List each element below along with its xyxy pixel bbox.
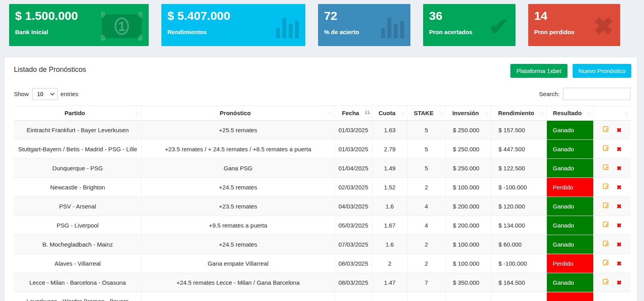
table-row: Eintracht Frankfurt - Bayer Leverkusen +… [14,121,631,140]
edit-icon[interactable] [603,145,610,154]
cell-actions: ✖ [594,178,631,197]
cell-rendimiento: $ -250.000 [491,292,547,301]
cell-actions: ✖ [594,159,631,178]
sort-icon: ↑↓ [485,110,489,116]
cell-actions: ✖ [594,254,631,273]
new-prediction-button[interactable]: Nuevo Pronóstico [573,64,631,78]
result-badge: Ganado [546,121,593,140]
cell-pronostico: Gana PSG [142,159,335,178]
predictions-table: Partido↑↓ Pronóstico↑↓ Fecha Cuota↑↓ [14,105,631,301]
delete-icon[interactable]: ✖ [617,125,622,135]
sort-icon: ↑↓ [587,110,591,116]
edit-icon[interactable] [603,164,610,173]
cell-partido: Newcastle - Brighton [14,178,142,197]
edit-icon[interactable] [603,240,610,249]
edit-icon[interactable] [603,278,610,287]
cell-pronostico: +24.5 remates Lecce - Milan / Gana Barce… [142,273,335,292]
sort-icon: ↑↓ [401,110,405,116]
cell-actions: ✖ [594,140,631,159]
result-badge: Ganado [546,140,593,159]
page-title: Listado de Pronósticos [10,64,86,74]
bar-chart-icon [381,14,404,39]
cell-rendimiento: $ 120.000 [491,197,547,216]
cell-rendimiento: $ 60.000 [491,235,547,254]
cell-fecha: 01/03/2025 [335,121,372,140]
edit-icon[interactable] [603,202,610,211]
cell-partido: B. Mochegladbach - Mainz [14,235,142,254]
cell-partido: Leverkusen - Werder Bremen - Bayern Muni… [14,292,142,301]
entries-length-control: Show 10 entries [14,88,79,100]
result-badge: Perdido [546,254,593,273]
result-badge: Ganado [546,197,593,216]
delete-icon[interactable]: ✖ [617,145,622,154]
cell-cuota: 1.6 [372,235,407,254]
cell-rendimiento: $ 157.500 [491,121,547,140]
stat-card-acertados: 36 Pron acertados ✔ [423,4,516,46]
stat-card-acierto: 72 % de acierto [318,4,410,46]
cell-rendimiento: $ 122.500 [491,159,547,178]
cell-inversion: $ 250.000 [445,159,491,178]
delete-icon[interactable]: ✖ [617,278,622,287]
result-badge: Perdido [546,292,593,301]
column-header-rendimiento[interactable]: Rendimiento↑↓ [491,106,547,121]
cell-pronostico: +24.5 remates [142,235,335,254]
cell-partido: Lecce - Milan - Barcelona - Osasuna [14,273,142,292]
check-icon: ✔ [489,14,509,39]
platform-button[interactable]: Plataforma 1xbet [510,64,567,78]
cell-rendimiento: $ 164.500 [491,273,547,292]
cell-stake: 2 [407,254,445,273]
cell-cuota: 1.6 [372,197,407,216]
cell-cuota: 1.84 [372,292,407,301]
table-row: PSV - Arsenal +23.5 remates 04/03/2025 1… [14,197,631,216]
cell-actions: ✖ [594,197,631,216]
cell-pronostico: +9.5 remates a puerta [142,216,335,235]
stat-card-bank-inicial: $ 1.500.000 Bank Inicial 1 [9,4,149,46]
cell-inversion: $ 100.000 [445,178,491,197]
cell-fecha: 08/03/2025 [335,273,372,292]
edit-icon[interactable] [603,125,610,135]
panel-buttons: Plataforma 1xbet Nuevo Pronóstico [510,64,631,78]
cell-rendimiento: $ 447.500 [491,140,547,159]
cell-rendimiento: $ -100.000 [491,178,547,197]
column-header-fecha[interactable]: Fecha [335,106,372,121]
cell-pronostico: +24.5 remates [142,178,335,197]
edit-icon[interactable] [603,259,610,268]
edit-icon[interactable] [603,183,610,192]
delete-icon[interactable]: ✖ [617,183,622,192]
entries-select[interactable]: 10 [32,88,58,100]
column-header-pronostico[interactable]: Pronóstico↑↓ [142,106,335,121]
column-header-inversion[interactable]: Inversión↑↓ [445,106,491,121]
predictions-panel: Listado de Pronósticos Plataforma 1xbet … [4,57,637,301]
column-header-actions[interactable]: ↑↓ [594,106,631,121]
column-header-cuota[interactable]: Cuota↑↓ [372,106,407,121]
search-label: Search: [539,91,560,97]
delete-icon[interactable]: ✖ [617,202,622,211]
cell-cuota: 1.47 [372,273,407,292]
cell-inversion: $ 250.000 [445,140,491,159]
result-badge: Perdido [546,178,593,197]
cell-pronostico: +23.5 remates [142,197,335,216]
delete-icon[interactable]: ✖ [617,221,622,230]
cell-fecha: 07/03/2025 [335,235,372,254]
stat-card-perdidos: 14 Pron perdidos ✖ [528,4,620,46]
cell-partido: PSG - Liverpool [14,216,142,235]
search-input[interactable] [563,88,631,100]
column-header-resultado[interactable]: Resultado↑↓ [546,106,593,121]
cell-fecha: 02/03/2025 [335,178,372,197]
delete-icon[interactable]: ✖ [617,240,622,249]
column-header-stake[interactable]: STAKE↑↓ [407,106,445,121]
cell-pronostico: +25.5 remates [142,121,335,140]
result-badge: Ganado [546,273,593,292]
delete-icon[interactable]: ✖ [617,259,622,268]
delete-icon[interactable]: ✖ [617,164,622,173]
column-header-partido[interactable]: Partido↑↓ [14,106,142,121]
cell-partido: Dunquerque - PSG [14,159,142,178]
show-label: Show [14,91,29,97]
table-row: Newcastle - Brighton +24.5 remates 02/03… [14,178,631,197]
edit-icon[interactable] [603,221,610,230]
cell-stake: 5 [407,140,445,159]
sort-icon: ↑↓ [135,110,139,116]
cell-stake: 4 [407,197,445,216]
table-row: Dunquerque - PSG Gana PSG 01/04/2025 1.4… [14,159,631,178]
sort-icon: ↑↓ [439,110,443,116]
